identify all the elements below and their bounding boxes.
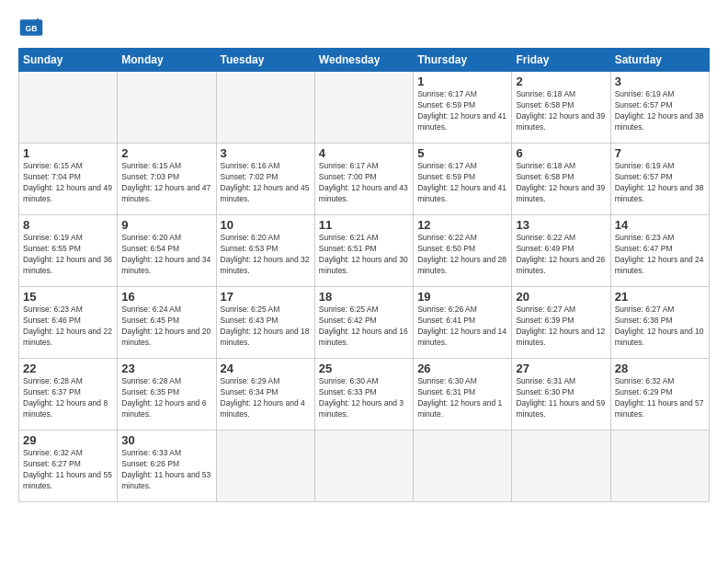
day-number: 30 bbox=[121, 433, 211, 447]
day-number: 12 bbox=[417, 218, 507, 232]
day-cell: 13 Sunrise: 6:22 AMSunset: 6:49 PMDaylig… bbox=[512, 215, 610, 287]
day-info: Sunrise: 6:18 AMSunset: 6:58 PMDaylight:… bbox=[516, 89, 605, 132]
day-info: Sunrise: 6:25 AMSunset: 6:42 PMDaylight:… bbox=[319, 304, 408, 347]
day-info: Sunrise: 6:28 AMSunset: 6:37 PMDaylight:… bbox=[23, 376, 108, 419]
day-info: Sunrise: 6:24 AMSunset: 6:45 PMDaylight:… bbox=[121, 304, 210, 347]
day-number: 7 bbox=[615, 146, 705, 160]
day-number: 29 bbox=[23, 433, 113, 447]
day-cell: 3 Sunrise: 6:16 AMSunset: 7:02 PMDayligh… bbox=[216, 144, 314, 215]
day-number: 28 bbox=[615, 362, 705, 375]
day-info: Sunrise: 6:18 AMSunset: 6:58 PMDaylight:… bbox=[516, 161, 605, 203]
day-cell: 8 Sunrise: 6:19 AMSunset: 6:55 PMDayligh… bbox=[19, 215, 118, 287]
day-cell bbox=[414, 431, 512, 502]
day-number: 22 bbox=[23, 362, 113, 375]
day-info: Sunrise: 6:31 AMSunset: 6:30 PMDaylight:… bbox=[516, 376, 605, 419]
day-cell: 10 Sunrise: 6:20 AMSunset: 6:53 PMDaylig… bbox=[216, 215, 314, 287]
day-cell: 30 Sunrise: 6:33 AMSunset: 6:26 PMDaylig… bbox=[118, 431, 216, 502]
day-info: Sunrise: 6:17 AMSunset: 6:59 PMDaylight:… bbox=[417, 161, 506, 203]
day-number: 4 bbox=[319, 146, 409, 160]
day-cell: 27 Sunrise: 6:31 AMSunset: 6:30 PMDaylig… bbox=[512, 359, 610, 431]
day-cell: 7 Sunrise: 6:19 AMSunset: 6:57 PMDayligh… bbox=[610, 144, 709, 215]
page: GB SundayMondayTuesdayWednesdayThursdayF… bbox=[0, 0, 728, 511]
day-number: 23 bbox=[121, 362, 211, 375]
day-info: Sunrise: 6:28 AMSunset: 6:35 PMDaylight:… bbox=[121, 376, 206, 419]
day-info: Sunrise: 6:25 AMSunset: 6:43 PMDaylight:… bbox=[221, 304, 310, 347]
day-cell: 19 Sunrise: 6:26 AMSunset: 6:41 PMDaylig… bbox=[414, 287, 512, 359]
day-cell: 9 Sunrise: 6:20 AMSunset: 6:54 PMDayligh… bbox=[118, 215, 216, 287]
day-cell bbox=[610, 431, 709, 502]
day-cell: 14 Sunrise: 6:23 AMSunset: 6:47 PMDaylig… bbox=[610, 215, 709, 287]
day-number: 8 bbox=[23, 218, 113, 232]
week-row-1: 1 Sunrise: 6:15 AMSunset: 7:04 PMDayligh… bbox=[19, 144, 710, 215]
day-info: Sunrise: 6:15 AMSunset: 7:04 PMDaylight:… bbox=[23, 161, 112, 203]
day-cell: 29 Sunrise: 6:32 AMSunset: 6:27 PMDaylig… bbox=[19, 431, 118, 502]
day-cell: 4 Sunrise: 6:17 AMSunset: 7:00 PMDayligh… bbox=[314, 144, 413, 215]
day-cell: 3 Sunrise: 6:19 AMSunset: 6:57 PMDayligh… bbox=[610, 72, 709, 144]
day-cell: 1 Sunrise: 6:15 AMSunset: 7:04 PMDayligh… bbox=[19, 144, 118, 215]
col-header-saturday: Saturday bbox=[610, 49, 709, 72]
day-number: 24 bbox=[221, 362, 311, 375]
day-number: 19 bbox=[417, 290, 507, 304]
day-number: 9 bbox=[121, 218, 211, 232]
col-header-thursday: Thursday bbox=[414, 49, 512, 72]
day-number: 13 bbox=[516, 218, 606, 232]
calendar-table: SundayMondayTuesdayWednesdayThursdayFrid… bbox=[18, 48, 710, 502]
day-cell bbox=[314, 72, 413, 144]
day-info: Sunrise: 6:22 AMSunset: 6:49 PMDaylight:… bbox=[516, 233, 605, 275]
col-header-wednesday: Wednesday bbox=[314, 49, 413, 72]
day-cell bbox=[512, 431, 610, 502]
day-number: 15 bbox=[23, 290, 113, 304]
week-row-5: 29 Sunrise: 6:32 AMSunset: 6:27 PMDaylig… bbox=[19, 431, 710, 502]
day-number: 5 bbox=[417, 146, 507, 160]
day-number: 6 bbox=[516, 146, 606, 160]
day-number: 1 bbox=[417, 75, 507, 88]
day-info: Sunrise: 6:17 AMSunset: 7:00 PMDaylight:… bbox=[319, 161, 408, 203]
day-cell: 5 Sunrise: 6:17 AMSunset: 6:59 PMDayligh… bbox=[414, 144, 512, 215]
day-info: Sunrise: 6:20 AMSunset: 6:53 PMDaylight:… bbox=[221, 233, 310, 275]
day-cell: 21 Sunrise: 6:27 AMSunset: 6:38 PMDaylig… bbox=[610, 287, 709, 359]
day-cell: 24 Sunrise: 6:29 AMSunset: 6:34 PMDaylig… bbox=[216, 359, 314, 431]
day-info: Sunrise: 6:17 AMSunset: 6:59 PMDaylight:… bbox=[417, 89, 506, 132]
day-number: 2 bbox=[516, 75, 606, 88]
week-row-4: 22 Sunrise: 6:28 AMSunset: 6:37 PMDaylig… bbox=[19, 359, 710, 431]
day-info: Sunrise: 6:19 AMSunset: 6:57 PMDaylight:… bbox=[615, 89, 704, 132]
day-info: Sunrise: 6:15 AMSunset: 7:03 PMDaylight:… bbox=[121, 161, 210, 203]
day-number: 2 bbox=[121, 146, 211, 160]
day-cell bbox=[216, 431, 314, 502]
day-cell: 11 Sunrise: 6:21 AMSunset: 6:51 PMDaylig… bbox=[314, 215, 413, 287]
week-row-0: 1 Sunrise: 6:17 AMSunset: 6:59 PMDayligh… bbox=[19, 72, 710, 144]
day-info: Sunrise: 6:29 AMSunset: 6:34 PMDaylight:… bbox=[221, 376, 305, 419]
day-number: 27 bbox=[516, 362, 606, 375]
day-cell: 6 Sunrise: 6:18 AMSunset: 6:58 PMDayligh… bbox=[512, 144, 610, 215]
day-cell: 2 Sunrise: 6:18 AMSunset: 6:58 PMDayligh… bbox=[512, 72, 610, 144]
header-row-days: SundayMondayTuesdayWednesdayThursdayFrid… bbox=[19, 49, 710, 72]
day-number: 20 bbox=[516, 290, 606, 304]
day-number: 11 bbox=[319, 218, 409, 232]
col-header-sunday: Sunday bbox=[19, 49, 118, 72]
logo-icon: GB bbox=[18, 15, 44, 40]
day-number: 16 bbox=[121, 290, 211, 304]
day-number: 25 bbox=[319, 362, 409, 375]
day-info: Sunrise: 6:21 AMSunset: 6:51 PMDaylight:… bbox=[319, 233, 408, 275]
day-cell: 26 Sunrise: 6:30 AMSunset: 6:31 PMDaylig… bbox=[414, 359, 512, 431]
day-number: 3 bbox=[615, 75, 705, 88]
day-info: Sunrise: 6:19 AMSunset: 6:57 PMDaylight:… bbox=[615, 161, 704, 203]
day-info: Sunrise: 6:16 AMSunset: 7:02 PMDaylight:… bbox=[221, 161, 310, 203]
day-info: Sunrise: 6:33 AMSunset: 6:26 PMDaylight:… bbox=[121, 448, 210, 490]
day-info: Sunrise: 6:23 AMSunset: 6:47 PMDaylight:… bbox=[615, 233, 704, 275]
day-number: 3 bbox=[221, 146, 311, 160]
day-cell: 18 Sunrise: 6:25 AMSunset: 6:42 PMDaylig… bbox=[314, 287, 413, 359]
day-cell: 2 Sunrise: 6:15 AMSunset: 7:03 PMDayligh… bbox=[118, 144, 216, 215]
day-info: Sunrise: 6:32 AMSunset: 6:29 PMDaylight:… bbox=[615, 376, 704, 419]
day-number: 17 bbox=[221, 290, 311, 304]
day-number: 10 bbox=[221, 218, 311, 232]
day-cell bbox=[314, 431, 413, 502]
day-info: Sunrise: 6:27 AMSunset: 6:39 PMDaylight:… bbox=[516, 304, 605, 347]
day-info: Sunrise: 6:26 AMSunset: 6:41 PMDaylight:… bbox=[417, 304, 506, 347]
day-info: Sunrise: 6:23 AMSunset: 6:46 PMDaylight:… bbox=[23, 304, 112, 347]
day-cell bbox=[118, 72, 216, 144]
day-cell: 22 Sunrise: 6:28 AMSunset: 6:37 PMDaylig… bbox=[19, 359, 118, 431]
day-info: Sunrise: 6:22 AMSunset: 6:50 PMDaylight:… bbox=[417, 233, 506, 275]
day-cell: 15 Sunrise: 6:23 AMSunset: 6:46 PMDaylig… bbox=[19, 287, 118, 359]
day-info: Sunrise: 6:19 AMSunset: 6:55 PMDaylight:… bbox=[23, 233, 112, 275]
